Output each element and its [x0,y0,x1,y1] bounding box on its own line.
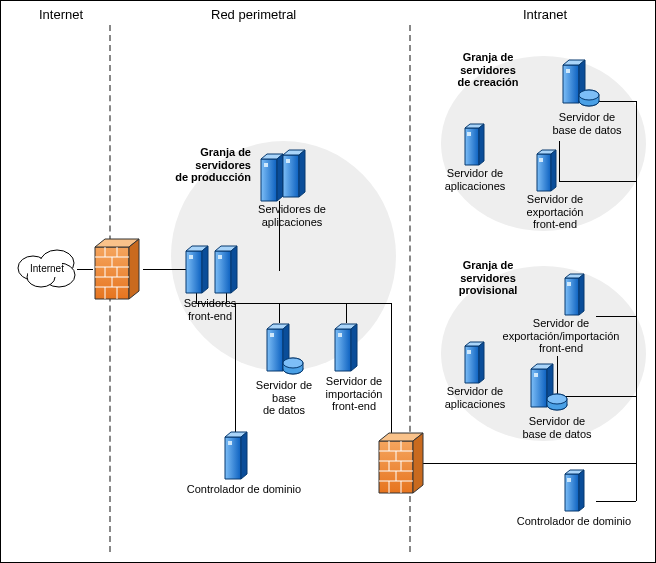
line [279,303,280,323]
creation-db-label: Servidor de base de datos [543,111,631,136]
line [371,303,391,304]
svg-point-70 [579,90,599,100]
creation-db-server [561,59,601,111]
svg-marker-5 [95,247,129,299]
perimeter-dc-label: Controlador de dominio [179,483,309,496]
zone-label-perimeter: Red perimetral [211,7,296,22]
svg-marker-20 [261,159,277,201]
prov-expimp-server [563,273,587,317]
svg-marker-81 [579,274,584,315]
line [421,463,636,464]
prod-frontend-1 [184,245,210,295]
prod-import-label: Servidor de importación front-end [317,375,391,413]
creation-export-server [535,149,559,193]
cloud-label-text: Internet [30,263,64,274]
prod-app-servers-label: Servidores de aplicaciones [249,203,335,228]
svg-marker-50 [379,441,413,493]
prov-app-label: Servidor de aplicaciones [437,385,513,410]
svg-rect-78 [539,158,543,162]
farm-production-title: Granja de servidores de producción [151,146,251,184]
creation-app-server [463,123,487,167]
svg-marker-34 [231,246,237,293]
svg-point-92 [547,394,567,404]
creation-app-label: Servidor de aplicaciones [437,167,513,192]
firewall-internal [377,431,427,497]
farm-creation-title: Granja de servidores de creación [445,51,531,89]
prod-import-server [333,323,359,373]
svg-marker-44 [351,324,357,371]
line [596,501,636,502]
svg-marker-36 [267,329,283,371]
svg-marker-85 [479,342,484,383]
prov-db-label: Servidor de base de datos [513,415,601,440]
zone-label-intranet: Intranet [523,7,567,22]
svg-rect-31 [189,255,193,259]
line [636,101,637,501]
prod-db-server [265,323,305,379]
svg-marker-42 [335,329,351,371]
svg-rect-49 [228,441,232,445]
line [559,141,560,181]
svg-marker-46 [225,437,241,479]
svg-marker-87 [531,369,547,407]
prod-db-label: Servidor de base de datos [249,379,319,417]
svg-rect-82 [567,282,571,286]
svg-rect-27 [286,159,290,163]
prod-frontend-label: Servidores front-end [177,297,243,322]
diagram-canvas: Internet Red perimetral Intranet [0,0,656,563]
svg-marker-32 [215,251,231,293]
line [235,303,236,433]
svg-rect-90 [534,373,538,377]
svg-marker-65 [563,65,579,103]
svg-marker-28 [186,251,202,293]
svg-marker-95 [579,470,584,511]
line [596,101,636,102]
farm-provisional-title: Granja de servidores provisional [445,259,531,297]
prov-expimp-label: Servidor de exportación/importación fron… [491,317,631,355]
firewall-external [93,237,143,303]
svg-rect-86 [467,350,471,354]
svg-rect-23 [264,163,268,167]
intranet-domain-controller [563,469,587,513]
zone-label-internet: Internet [39,7,83,22]
svg-marker-48 [241,432,247,479]
prod-frontend-2 [213,245,239,295]
svg-rect-45 [338,333,342,337]
prov-app-server [463,341,487,385]
internet-cloud: Internet [13,245,81,293]
svg-marker-7 [129,239,139,299]
svg-rect-35 [218,255,222,259]
svg-rect-74 [467,132,471,136]
intranet-dc-label: Controlador de dominio [509,515,639,528]
perimeter-domain-controller [223,431,249,481]
svg-marker-73 [479,124,484,165]
svg-marker-30 [202,246,208,293]
svg-point-41 [283,358,303,368]
svg-rect-39 [270,333,274,337]
svg-marker-77 [551,150,556,191]
svg-marker-24 [283,155,299,197]
svg-rect-68 [566,69,570,73]
svg-marker-52 [413,433,423,493]
prod-app-server-2 [281,149,307,199]
svg-rect-96 [567,478,571,482]
line [559,181,636,182]
prov-db-server [529,363,569,415]
svg-marker-26 [299,150,305,197]
line [346,303,347,323]
creation-export-label: Servidor de exportación front-end [515,193,595,231]
